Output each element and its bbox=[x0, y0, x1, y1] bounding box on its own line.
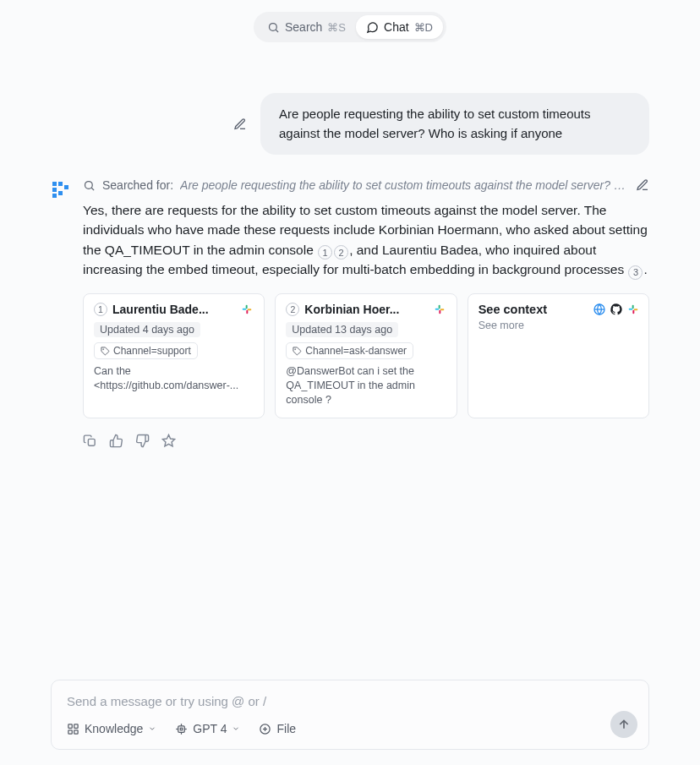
tag-icon bbox=[293, 347, 302, 356]
star-icon[interactable] bbox=[161, 434, 176, 448]
assistant-row: Searched for: Are people requesting the … bbox=[51, 178, 649, 448]
svg-rect-18 bbox=[439, 310, 440, 314]
source-card-1[interactable]: 1 Laurentiu Bade... Updated 4 days ago C… bbox=[83, 293, 265, 418]
svg-rect-11 bbox=[246, 305, 248, 309]
svg-rect-26 bbox=[88, 439, 95, 445]
card-channel-tag: Channel=ask-danswer bbox=[286, 342, 413, 359]
card-number: 2 bbox=[286, 303, 299, 316]
svg-line-1 bbox=[276, 30, 278, 32]
svg-rect-3 bbox=[58, 182, 63, 186]
card-title: Korbinian Hoer... bbox=[304, 303, 427, 316]
svg-point-19 bbox=[295, 348, 296, 349]
composer-controls: Knowledge GPT 4 File bbox=[67, 722, 633, 735]
citation-2[interactable]: 2 bbox=[334, 245, 348, 260]
context-subtitle: See more bbox=[479, 320, 638, 331]
svg-rect-30 bbox=[68, 729, 72, 733]
svg-rect-12 bbox=[248, 309, 252, 310]
slack-icon bbox=[626, 303, 640, 316]
edit-icon[interactable] bbox=[636, 178, 649, 192]
searched-for-label: Searched for: bbox=[102, 178, 173, 192]
globe-icon bbox=[593, 303, 606, 316]
search-shortcut: ⌘S bbox=[327, 21, 346, 34]
card-snippet: Can the <https://github.com/danswer-... bbox=[94, 364, 254, 393]
search-query: Are people requesting the ability to set… bbox=[180, 178, 629, 192]
svg-rect-23 bbox=[632, 305, 634, 309]
card-channel-label: Channel=ask-danswer bbox=[305, 345, 407, 357]
svg-rect-32 bbox=[178, 725, 185, 732]
svg-rect-5 bbox=[52, 188, 57, 192]
card-number: 1 bbox=[94, 303, 107, 316]
svg-rect-10 bbox=[243, 309, 247, 310]
svg-rect-2 bbox=[52, 182, 57, 186]
chat-content: Are people requesting the ability to set… bbox=[0, 47, 700, 448]
model-selector[interactable]: GPT 4 bbox=[175, 722, 240, 735]
search-tab-label: Search bbox=[285, 20, 322, 34]
svg-rect-25 bbox=[632, 310, 634, 314]
arrow-up-icon bbox=[617, 718, 631, 731]
source-cards: 1 Laurentiu Bade... Updated 4 days ago C… bbox=[83, 293, 649, 418]
svg-rect-16 bbox=[438, 305, 440, 309]
svg-rect-28 bbox=[68, 724, 72, 727]
message-input[interactable] bbox=[67, 694, 633, 708]
message-actions bbox=[83, 434, 649, 448]
svg-rect-13 bbox=[247, 310, 249, 314]
plus-circle-icon bbox=[259, 723, 271, 735]
search-indicator: Searched for: Are people requesting the … bbox=[83, 178, 649, 192]
svg-point-14 bbox=[103, 348, 104, 349]
svg-rect-4 bbox=[64, 185, 68, 189]
model-label: GPT 4 bbox=[193, 722, 227, 735]
svg-rect-24 bbox=[634, 309, 638, 310]
search-tab[interactable]: Search ⌘S bbox=[257, 15, 356, 39]
svg-rect-33 bbox=[181, 728, 183, 730]
user-message: Are people requesting the ability to set… bbox=[260, 93, 649, 155]
chat-tab[interactable]: Chat ⌘D bbox=[356, 15, 443, 39]
chat-icon bbox=[366, 21, 379, 34]
search-icon bbox=[83, 179, 96, 192]
file-label: File bbox=[276, 722, 296, 735]
chat-tab-label: Chat bbox=[384, 20, 409, 34]
edit-icon[interactable] bbox=[233, 117, 247, 131]
tag-icon bbox=[101, 347, 110, 356]
chevron-down-icon bbox=[148, 724, 156, 733]
user-message-row: Are people requesting the ability to set… bbox=[51, 93, 649, 155]
slack-icon bbox=[433, 303, 446, 316]
github-icon bbox=[610, 303, 623, 316]
svg-rect-6 bbox=[58, 191, 63, 195]
knowledge-label: Knowledge bbox=[85, 722, 143, 735]
citation-3[interactable]: 3 bbox=[628, 265, 643, 280]
card-channel-tag: Channel=support bbox=[94, 342, 198, 359]
svg-rect-7 bbox=[52, 194, 57, 198]
chevron-down-icon bbox=[232, 724, 240, 733]
composer-wrap: Knowledge GPT 4 File bbox=[51, 680, 649, 750]
knowledge-icon bbox=[67, 723, 79, 735]
search-icon bbox=[267, 21, 280, 34]
thumbs-up-icon[interactable] bbox=[109, 434, 123, 448]
answer-part3: . bbox=[643, 262, 647, 276]
app-logo bbox=[51, 180, 71, 200]
card-channel-label: Channel=support bbox=[113, 345, 191, 357]
copy-icon[interactable] bbox=[83, 434, 97, 448]
thumbs-down-icon[interactable] bbox=[135, 434, 150, 448]
svg-rect-22 bbox=[629, 309, 633, 310]
chat-shortcut: ⌘D bbox=[414, 21, 433, 34]
svg-point-8 bbox=[85, 181, 93, 189]
svg-rect-29 bbox=[74, 724, 78, 727]
citation-1[interactable]: 1 bbox=[318, 245, 332, 260]
context-card[interactable]: See context See more bbox=[468, 293, 649, 418]
assistant-body: Searched for: Are people requesting the … bbox=[83, 178, 649, 448]
cpu-icon bbox=[175, 723, 188, 735]
card-title: Laurentiu Bade... bbox=[112, 303, 235, 316]
svg-line-9 bbox=[91, 188, 94, 190]
file-button[interactable]: File bbox=[259, 722, 296, 735]
send-button[interactable] bbox=[610, 711, 637, 738]
assistant-answer: Yes, there are requests for the ability … bbox=[83, 200, 649, 280]
source-card-2[interactable]: 2 Korbinian Hoer... Updated 13 days ago … bbox=[275, 293, 457, 418]
card-updated: Updated 13 days ago bbox=[286, 322, 398, 337]
svg-rect-31 bbox=[74, 729, 78, 733]
svg-rect-17 bbox=[440, 309, 444, 310]
svg-marker-27 bbox=[162, 434, 174, 445]
svg-point-0 bbox=[270, 23, 277, 30]
composer: Knowledge GPT 4 File bbox=[51, 680, 649, 750]
knowledge-selector[interactable]: Knowledge bbox=[67, 722, 156, 735]
card-snippet: @DanswerBot can i set the QA_TIMEOUT in … bbox=[286, 364, 446, 407]
